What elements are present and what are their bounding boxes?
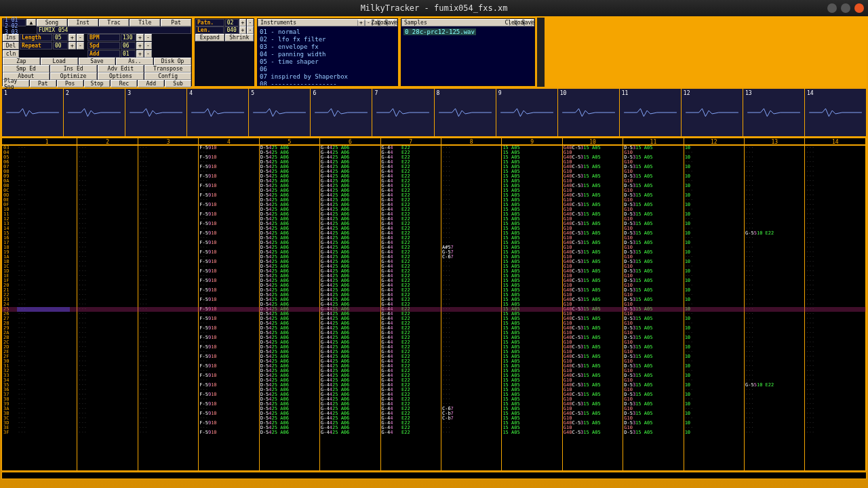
len-minus-button[interactable]: - xyxy=(247,26,254,34)
sub-button[interactable]: Sub xyxy=(165,80,191,87)
scope-channel-1[interactable]: 1 xyxy=(2,89,64,136)
pat-button[interactable]: Pat xyxy=(30,80,56,87)
scope-channel-7[interactable]: 7 xyxy=(372,89,434,136)
pattern-cell[interactable]: ··· xyxy=(805,430,865,435)
pattern-cell[interactable]: G40C-5 315 A05 xyxy=(563,421,623,426)
pattern-cell[interactable]: G40C-5 315 A05 xyxy=(563,279,623,283)
len-plus-button[interactable]: + xyxy=(239,26,246,34)
pattern-cell[interactable]: G40C-5 315 A05 xyxy=(563,336,623,340)
pattern-channel-11[interactable]: D-5 315 A05G10D-5 315 A05G10D-5 315 A05G… xyxy=(623,146,684,470)
pattern-cell[interactable]: G40C-5 315 A05 xyxy=(563,212,623,217)
songname-field[interactable]: FUMIX 054 xyxy=(37,26,191,34)
pattern-channel-9[interactable]: 15 A0515 A0515 A0515 A0515 A0515 A0515 A… xyxy=(502,146,562,470)
pattern-cell[interactable]: ··· xyxy=(684,245,744,250)
pattern-cell[interactable]: ··· xyxy=(745,430,804,435)
smp-ed-button[interactable]: Smp Ed xyxy=(3,65,50,73)
pattern-cell[interactable]: 15 A05 xyxy=(502,430,561,435)
scope-channel-10[interactable]: 10 xyxy=(558,89,620,136)
scope-channel-3[interactable]: 3 xyxy=(125,89,187,136)
add-value[interactable]: 01 xyxy=(121,50,136,58)
pattern-cell[interactable]: ··· xyxy=(684,198,744,203)
pattern-cell[interactable]: G40C-5 315 A05 xyxy=(563,203,623,207)
repeat-value[interactable]: 00 xyxy=(53,42,68,49)
pattern-cell[interactable]: G40C-5 315 A05 xyxy=(563,250,623,255)
pattern-cell[interactable]: ··· xyxy=(684,217,744,222)
ord-cln-button[interactable]: cln xyxy=(3,50,19,58)
play-sng-button[interactable]: Play Sng xyxy=(3,80,29,87)
pattern-cell[interactable]: D-5 315 A05 xyxy=(623,430,683,435)
zap-button[interactable]: Zap xyxy=(3,58,40,65)
pattern-cell[interactable]: ··· xyxy=(684,340,744,345)
scope-channel-5[interactable]: 5 xyxy=(249,89,311,136)
pattern-cell[interactable]: ··· xyxy=(684,226,744,231)
pattern-cell[interactable]: ··· xyxy=(684,188,744,193)
pattern-cell[interactable]: ··· xyxy=(684,255,744,260)
pattern-cell[interactable]: G40C-5 315 A05 xyxy=(563,222,623,226)
mini-tab-inst[interactable]: Inst xyxy=(68,19,98,26)
pattern-cell[interactable]: ··· xyxy=(684,378,744,383)
pattern-cell[interactable]: D-5 425 A06 xyxy=(260,430,319,435)
save-button[interactable]: Save xyxy=(79,58,116,65)
mini-tab-pat[interactable]: Pat xyxy=(161,19,191,26)
pattern-cell[interactable]: G40C-5 315 A05 xyxy=(563,430,623,435)
pattern-cell[interactable]: G40C-5 315 A05 xyxy=(563,373,623,378)
patn-minus-button[interactable]: - xyxy=(247,19,254,26)
pattern-cell[interactable]: ··· xyxy=(441,430,501,435)
pattern-cell[interactable]: ··· xyxy=(138,430,198,435)
pattern-channel-1[interactable]: ········································… xyxy=(17,146,77,470)
samples-list[interactable]: 0 28c-prc12-125.wav xyxy=(401,26,534,85)
pattern-cell[interactable]: G40C-5 315 A05 xyxy=(563,402,623,407)
scope-channel-14[interactable]: 14 xyxy=(805,89,866,136)
instrument-scrollbar[interactable] xyxy=(537,18,545,87)
repeat-minus-button[interactable]: - xyxy=(77,42,84,49)
pattern-cell[interactable]: ··· xyxy=(684,331,744,336)
inst-save-button[interactable]: Save xyxy=(387,20,395,26)
scope-channel-12[interactable]: 12 xyxy=(682,89,743,136)
maximize-button[interactable] xyxy=(841,3,850,13)
pattern-channel-10[interactable]: G40C-5 315 A05G10G40C-5 315 A05G10G40C-5… xyxy=(563,146,623,470)
scope-channel-4[interactable]: 4 xyxy=(187,89,249,136)
pattern-cell[interactable]: ··· xyxy=(684,150,744,155)
scope-channel-9[interactable]: 9 xyxy=(496,89,558,136)
samp-save-button[interactable]: Save xyxy=(524,20,532,26)
bpm-minus-button[interactable]: - xyxy=(144,34,152,41)
pattern-cell[interactable]: ··· xyxy=(684,283,744,288)
ord-del-button[interactable]: Del xyxy=(3,42,19,49)
pattern-cell[interactable]: G40C-5 315 A05 xyxy=(563,288,623,293)
scope-channel-11[interactable]: 11 xyxy=(620,89,682,136)
pattern-cell[interactable]: G40C-5 315 A05 xyxy=(563,184,623,188)
shrink-button[interactable]: Shrink xyxy=(225,34,254,41)
config-button[interactable]: Config xyxy=(144,73,191,80)
pattern-cell[interactable]: F-5 910 xyxy=(199,430,258,435)
pattern-cell[interactable]: G40C-5 315 A05 xyxy=(563,231,623,236)
pattern-cell[interactable]: G40C-5 315 A05 xyxy=(563,269,623,274)
load-button[interactable]: Load xyxy=(41,58,78,65)
pattern-cell[interactable]: G40C-5 315 A05 xyxy=(563,146,623,150)
pattern-cell[interactable]: ··· xyxy=(77,430,137,435)
length-minus-button[interactable]: - xyxy=(77,34,84,41)
pattern-cell[interactable]: G40C-5 315 A05 xyxy=(563,354,623,359)
pattern-cell[interactable]: ··· xyxy=(684,416,744,421)
mini-tab-tile[interactable]: Tile xyxy=(130,19,160,26)
spd-minus-button[interactable]: - xyxy=(144,42,152,49)
pattern-cell[interactable]: G40C-5 315 A05 xyxy=(563,260,623,264)
orderlist-up-button[interactable]: ▲ xyxy=(26,19,36,26)
pattern-cell[interactable]: ··· xyxy=(684,264,744,269)
mini-tab-trac[interactable]: Trac xyxy=(99,19,130,26)
spd-value[interactable]: 06 xyxy=(121,42,136,49)
disk-op-button[interactable]: Disk Op xyxy=(154,58,191,65)
patn-value[interactable]: 02 xyxy=(225,19,239,26)
pattern-cell[interactable]: ··· xyxy=(684,293,744,298)
pattern-cell[interactable]: G40C-5 315 A05 xyxy=(563,193,623,198)
options-button[interactable]: Options xyxy=(98,73,144,80)
adv-edit-button[interactable]: Adv Edit xyxy=(98,65,144,73)
pattern-cell[interactable]: G40C-5 315 A05 xyxy=(563,174,623,179)
pattern-cell[interactable]: ··· xyxy=(684,388,744,392)
pattern-cell[interactable]: ··· xyxy=(684,274,744,279)
pattern-editor[interactable]: 030405060708090A0B0C0D0E0F10111213141516… xyxy=(1,145,867,471)
pattern-channel-4[interactable]: F-5 910···F-5 910···F-5 910···F-5 910···… xyxy=(199,146,259,470)
pattern-cell[interactable]: 10 xyxy=(684,430,744,435)
pattern-channel-8[interactable]: ········································… xyxy=(441,146,502,470)
instruments-list[interactable]: 01 - normal02 - lfo fx filter03 - envelo… xyxy=(258,26,397,85)
scope-channel-13[interactable]: 13 xyxy=(743,89,805,136)
